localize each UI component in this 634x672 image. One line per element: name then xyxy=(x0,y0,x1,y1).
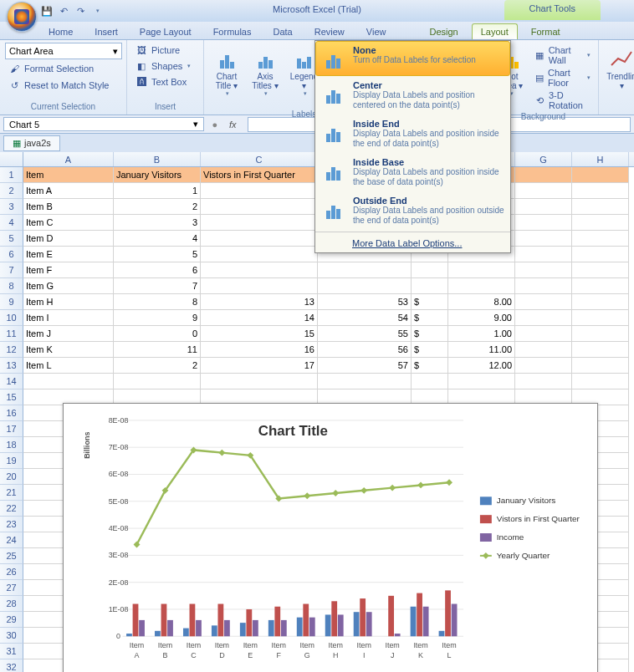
tab-insert[interactable]: Insert xyxy=(86,24,126,39)
col-header[interactable]: H xyxy=(572,152,629,166)
cell[interactable] xyxy=(572,278,629,294)
cell[interactable]: Item L xyxy=(23,358,114,374)
axis-titles-button[interactable]: AxisTitles ▾ xyxy=(248,43,283,99)
cell[interactable]: 2 xyxy=(114,358,201,374)
cell[interactable]: Item A xyxy=(23,183,114,199)
row-header[interactable]: 28 xyxy=(0,596,23,612)
cell[interactable]: 3 xyxy=(114,215,201,231)
tab-home[interactable]: Home xyxy=(40,24,81,39)
cell[interactable] xyxy=(201,215,318,231)
cell[interactable]: 5 xyxy=(114,247,201,262)
cell[interactable]: 8 xyxy=(114,294,201,310)
cell[interactable]: Item I xyxy=(23,310,114,326)
cell[interactable] xyxy=(412,374,448,389)
cell[interactable] xyxy=(515,247,572,262)
cell[interactable]: 6 xyxy=(114,262,201,278)
tab-format[interactable]: Format xyxy=(523,24,569,39)
cell[interactable]: 0 xyxy=(114,326,201,342)
cell[interactable]: 17 xyxy=(201,358,318,374)
dropdown-item-inside-base[interactable]: Inside BaseDisplay Data Labels and posit… xyxy=(315,153,510,191)
tab-page-layout[interactable]: Page Layout xyxy=(131,24,200,39)
cell[interactable] xyxy=(201,247,318,262)
cell[interactable] xyxy=(412,278,448,294)
cell[interactable] xyxy=(572,294,629,310)
row-header[interactable]: 31 xyxy=(0,644,23,659)
cell[interactable]: 13 xyxy=(201,294,318,310)
row-header[interactable]: 16 xyxy=(0,405,23,421)
cell[interactable] xyxy=(448,374,515,389)
row-header[interactable]: 24 xyxy=(0,532,23,548)
cell[interactable] xyxy=(23,374,114,389)
cell[interactable] xyxy=(515,231,572,247)
tab-formulas[interactable]: Formulas xyxy=(205,24,260,39)
fx-icon[interactable]: fx xyxy=(222,120,243,130)
cell[interactable] xyxy=(515,358,572,374)
row-header[interactable]: 22 xyxy=(0,501,23,517)
row-header[interactable]: 15 xyxy=(0,389,23,405)
tab-review[interactable]: Review xyxy=(306,24,353,39)
undo-icon[interactable]: ↶ xyxy=(57,4,70,18)
cell[interactable] xyxy=(515,278,572,294)
row-header[interactable]: 7 xyxy=(0,262,23,278)
tab-design[interactable]: Design xyxy=(421,24,466,39)
cell[interactable] xyxy=(201,183,318,199)
dropdown-item-center[interactable]: CenterDisplay Data Labels and position c… xyxy=(315,76,510,115)
cell[interactable]: Item xyxy=(23,167,114,183)
textbox-button[interactable]: 🅰Text Box xyxy=(132,74,193,89)
cell[interactable] xyxy=(318,374,412,389)
row-header[interactable]: 25 xyxy=(0,548,23,564)
cell[interactable]: 15 xyxy=(201,326,318,342)
cell[interactable]: 11.00 xyxy=(448,342,515,358)
cell[interactable] xyxy=(515,183,572,199)
chart-element-dropdown[interactable]: Chart Area ▾ xyxy=(5,43,122,59)
shapes-button[interactable]: ◧Shapes xyxy=(132,59,193,74)
row-header[interactable]: 27 xyxy=(0,580,23,596)
cell[interactable] xyxy=(515,262,572,278)
cell[interactable]: 16 xyxy=(201,342,318,358)
cell[interactable]: Item G xyxy=(23,278,114,294)
cell[interactable]: 4 xyxy=(114,231,201,247)
row-header[interactable]: 8 xyxy=(0,278,23,294)
cell[interactable] xyxy=(201,262,318,278)
row-header[interactable]: 23 xyxy=(0,517,23,532)
select-all-corner[interactable] xyxy=(0,152,23,166)
row-header[interactable]: 17 xyxy=(0,421,23,437)
col-header[interactable]: B xyxy=(114,152,201,166)
cell[interactable]: Vistors in First Quarter xyxy=(201,167,318,183)
row-header[interactable]: 12 xyxy=(0,342,23,358)
rotation-button[interactable]: ⟲3-D Rotation xyxy=(532,89,593,111)
cell[interactable] xyxy=(572,326,629,342)
dropdown-item-outside-end[interactable]: Outside EndDisplay Data Labels and posit… xyxy=(315,191,510,230)
cell[interactable]: 9.00 xyxy=(448,310,515,326)
cell[interactable]: 55 xyxy=(318,326,412,342)
trendline-button[interactable]: Trendlin ▾ xyxy=(604,43,634,93)
cell[interactable] xyxy=(201,231,318,247)
cell[interactable] xyxy=(515,326,572,342)
cell[interactable] xyxy=(515,199,572,215)
cell[interactable] xyxy=(448,278,515,294)
cell[interactable] xyxy=(572,167,629,183)
office-button[interactable] xyxy=(7,2,37,32)
cell[interactable]: 2 xyxy=(114,199,201,215)
cell[interactable] xyxy=(572,310,629,326)
row-header[interactable]: 1 xyxy=(0,167,23,183)
cell[interactable]: Item B xyxy=(23,199,114,215)
dropdown-item-inside-end[interactable]: Inside EndDisplay Data Labels and positi… xyxy=(315,115,510,153)
col-header[interactable]: G xyxy=(515,152,572,166)
cell[interactable]: 53 xyxy=(318,294,412,310)
cell[interactable]: 1.00 xyxy=(448,326,515,342)
chart-wall-button[interactable]: ▦Chart Wall xyxy=(532,44,593,66)
cell[interactable]: 7 xyxy=(114,278,201,294)
row-header[interactable]: 9 xyxy=(0,294,23,310)
tab-layout[interactable]: Layout xyxy=(472,23,518,39)
cell[interactable] xyxy=(572,374,629,389)
cell[interactable] xyxy=(201,374,318,389)
embedded-chart[interactable]: 01E-082E-083E-084E-085E-086E-087E-088E-0… xyxy=(63,403,598,672)
cell[interactable]: $ xyxy=(412,294,448,310)
picture-button[interactable]: 🖼Picture xyxy=(132,43,193,58)
cell[interactable] xyxy=(572,215,629,231)
row-header[interactable]: 10 xyxy=(0,310,23,326)
cell[interactable]: 12.00 xyxy=(448,358,515,374)
cell[interactable] xyxy=(201,199,318,215)
cell[interactable]: 14 xyxy=(201,310,318,326)
